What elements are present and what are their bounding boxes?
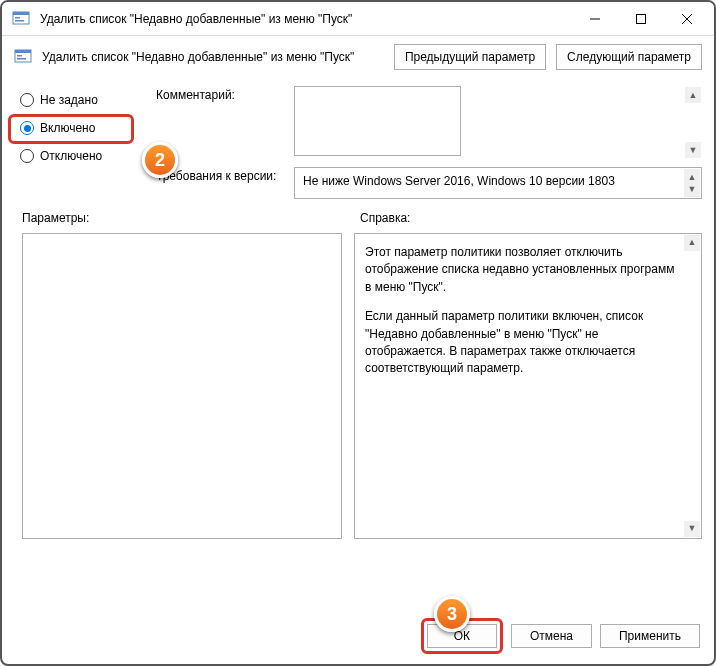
scroll-down-icon[interactable]: ▼ <box>684 521 700 537</box>
comment-label: Комментарий: <box>156 86 286 159</box>
radio-disabled[interactable]: Отключено <box>14 142 144 170</box>
options-label: Параметры: <box>22 211 342 225</box>
mid-labels: Параметры: Справка: <box>2 207 714 229</box>
fields-column: Комментарий: ▲ ▼ Требования к версии: Не… <box>156 86 702 199</box>
window-controls <box>572 3 710 35</box>
scroll-down-icon[interactable]: ▼ <box>685 142 701 158</box>
svg-rect-11 <box>17 58 26 60</box>
svg-rect-10 <box>17 55 22 57</box>
version-label: Требования к версии: <box>156 167 286 199</box>
options-panel <box>22 233 342 539</box>
radio-label: Отключено <box>40 149 102 163</box>
titlebar: Удалить список "Недавно добавленные" из … <box>2 2 714 36</box>
scroll-up-icon[interactable]: ▲ <box>685 87 701 103</box>
close-button[interactable] <box>664 3 710 35</box>
radio-not-configured[interactable]: Не задано <box>14 86 144 114</box>
help-label: Справка: <box>354 211 702 225</box>
radio-label: Не задано <box>40 93 98 107</box>
radio-label: Включено <box>40 121 95 135</box>
help-paragraph: Этот параметр политики позволяет отключи… <box>365 244 679 296</box>
minimize-button[interactable] <box>572 3 618 35</box>
step-badge-2: 2 <box>142 142 178 178</box>
window-title: Удалить список "Недавно добавленные" из … <box>40 12 572 26</box>
svg-rect-3 <box>15 20 24 22</box>
policy-title: Удалить список "Недавно добавленные" из … <box>42 50 384 64</box>
scroll-down-icon[interactable]: ▼ <box>684 181 700 197</box>
svg-rect-9 <box>15 50 31 53</box>
apply-button[interactable]: Применить <box>600 624 700 648</box>
version-value: Не ниже Windows Server 2016, Windows 10 … <box>294 167 702 199</box>
help-paragraph: Если данный параметр политики включен, с… <box>365 308 679 378</box>
policy-icon <box>14 48 32 66</box>
radio-icon <box>20 121 34 135</box>
comment-row: Комментарий: ▲ ▼ <box>156 86 702 159</box>
next-setting-button[interactable]: Следующий параметр <box>556 44 702 70</box>
policy-icon <box>12 10 30 28</box>
previous-setting-button[interactable]: Предыдущий параметр <box>394 44 546 70</box>
step-badge-3: 3 <box>434 596 470 632</box>
main-area: Этот параметр политики позволяет отключи… <box>2 229 714 547</box>
radio-icon <box>20 149 34 163</box>
svg-rect-2 <box>15 17 20 19</box>
comment-input[interactable] <box>294 86 461 156</box>
help-panel: Этот параметр политики позволяет отключи… <box>354 233 702 539</box>
radio-enabled[interactable]: Включено <box>14 114 144 142</box>
maximize-button[interactable] <box>618 3 664 35</box>
radio-group: Не задано Включено Отключено <box>14 86 144 199</box>
svg-rect-1 <box>13 12 29 15</box>
header-row: Удалить список "Недавно добавленные" из … <box>2 36 714 78</box>
svg-rect-5 <box>637 14 646 23</box>
cancel-button[interactable]: Отмена <box>511 624 592 648</box>
version-text: Не ниже Windows Server 2016, Windows 10 … <box>303 174 615 188</box>
radio-icon <box>20 93 34 107</box>
upper-section: Не задано Включено Отключено Комментарий… <box>2 78 714 207</box>
version-row: Требования к версии: Не ниже Windows Ser… <box>156 167 702 199</box>
scroll-up-icon[interactable]: ▲ <box>684 235 700 251</box>
